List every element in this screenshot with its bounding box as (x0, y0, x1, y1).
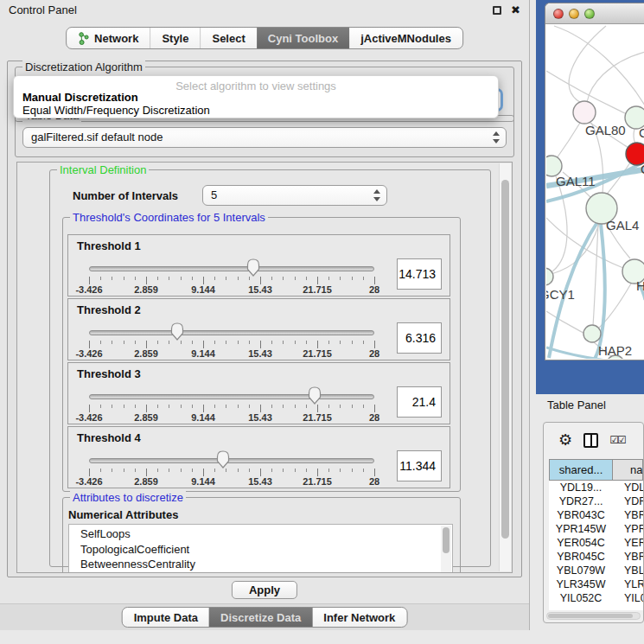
number-of-intervals-combobox[interactable]: 5 (202, 185, 387, 206)
cell-name[interactable]: YPR1 (613, 522, 643, 536)
control-panel-header: Control Panel ✖ (0, 0, 529, 20)
table-row[interactable]: YPR145WYPR1 (549, 522, 643, 536)
node-gcy1[interactable] (546, 268, 553, 285)
threshold-slider-track[interactable] (89, 266, 374, 271)
tab-style[interactable]: Style (150, 28, 200, 48)
cell-name[interactable]: YDR2 (613, 494, 643, 508)
tab-jactivemnodules[interactable]: jActiveMNodules (349, 28, 462, 48)
attribute-item[interactable]: TopologicalCoefficient (80, 542, 452, 558)
cell-shared-name[interactable]: YBR045C (549, 550, 613, 564)
network-window[interactable]: GAL80 GA C GAL11 GAL4 H GCY1 HAP2 (545, 3, 644, 360)
algorithm-hint: Select algorithm to view settings (14, 76, 498, 91)
network-graph: GAL80 GA C GAL11 GAL4 H GCY1 HAP2 (546, 25, 644, 359)
slider-tick-labels: -3.4262.8599.14415.4321.71528 (68, 284, 450, 295)
cell-shared-name[interactable]: YDL19... (549, 481, 613, 494)
tab-impute-data[interactable]: Impute Data (123, 608, 209, 627)
column-header-name[interactable]: na (613, 459, 643, 481)
network-canvas[interactable]: GAL80 GA C GAL11 GAL4 H GCY1 HAP2 (546, 25, 644, 359)
threshold-value-field[interactable]: 6.316 (397, 322, 442, 354)
bottom-tabbar: Impute Data Discretize Data Infer Networ… (122, 607, 408, 628)
checkboxes-icon[interactable]: ☑☑ (609, 434, 625, 446)
cell-shared-name[interactable]: YPR145W (549, 522, 613, 536)
table-row[interactable]: YIL052CYIL0 (549, 591, 643, 605)
node-label-gcy1: GCY1 (546, 287, 575, 302)
cell-shared-name[interactable]: YDR27... (549, 494, 613, 508)
interval-definition-title: Interval Definition (57, 163, 149, 176)
cell-shared-name[interactable]: YBL079W (549, 564, 613, 577)
tab-cyni-toolbox[interactable]: Cyni Toolbox (257, 28, 349, 48)
node-table: shared... na YDL19...YDL1YDR27...YDR2YBR… (549, 459, 643, 610)
cell-name[interactable]: YBR0 (613, 508, 643, 522)
cell-shared-name[interactable]: YBR043C (549, 508, 613, 522)
table-row[interactable]: YDR27...YDR2 (549, 494, 643, 508)
algorithm-option-manual[interactable]: Manual Discretization (14, 91, 498, 104)
close-traffic-light-icon[interactable] (553, 9, 564, 19)
combo-arrows-icon (373, 189, 380, 201)
settings-scrollbar-thumb[interactable] (501, 180, 509, 539)
attribute-item[interactable]: SelfLoops (80, 526, 452, 542)
settings-scrollbar[interactable] (499, 163, 511, 571)
slider-tick-labels: -3.4262.8599.14415.4321.71528 (68, 348, 450, 359)
table-hscrollbar[interactable] (546, 612, 641, 620)
node-label-ga: GA (639, 125, 644, 140)
table-row[interactable]: YBL079WYBL0 (549, 564, 643, 577)
float-window-icon[interactable] (493, 6, 501, 15)
slider-tick-labels: -3.4262.8599.14415.4321.71528 (68, 412, 450, 423)
panel-title: Control Panel (9, 3, 77, 16)
apply-button[interactable]: Apply (232, 581, 297, 599)
threshold-slider-thumb[interactable] (216, 450, 230, 469)
table-row[interactable]: YBR043CYBR0 (549, 508, 643, 522)
number-of-intervals-value: 5 (211, 188, 217, 201)
threshold-value-field[interactable]: 14.713 (397, 258, 442, 290)
table-hscrollbar-thumb[interactable] (548, 614, 633, 618)
node-label-h: H (636, 278, 644, 293)
attribute-item[interactable]: BetweennessCentrality (80, 557, 452, 572)
cell-name[interactable]: YIL0 (613, 591, 643, 605)
zoom-traffic-light-icon[interactable] (584, 9, 595, 19)
table-row[interactable]: YBR045CYBR0 (549, 550, 643, 564)
tab-discretize-data[interactable]: Discretize Data (209, 608, 312, 627)
table-panel: ⚙ ☑☑ shared... na YDL19...YDL1YDR27...YD… (543, 422, 644, 623)
cell-name[interactable]: YBR0 (613, 550, 643, 564)
tab-infer-network[interactable]: Infer Network (312, 608, 406, 627)
numerical-attributes-list[interactable]: SelfLoopsTopologicalCoefficientBetweenne… (68, 524, 453, 573)
cell-shared-name[interactable]: YER054C (549, 536, 613, 550)
threshold-value-field[interactable]: 21.4 (397, 386, 442, 418)
table-row[interactable]: YER054CYER0 (549, 536, 643, 550)
table-row[interactable]: YLR345WYLR3 (549, 577, 643, 591)
cell-name[interactable]: YER0 (613, 536, 643, 550)
node-gal80[interactable] (573, 101, 596, 124)
interval-definition-group: Interval Definition Number of Intervals … (49, 169, 491, 567)
tab-select[interactable]: Select (200, 28, 256, 48)
node-label-gal4: GAL4 (606, 218, 639, 233)
node-hap2[interactable] (583, 325, 601, 342)
minimize-traffic-light-icon[interactable] (569, 9, 579, 19)
table-row[interactable]: YDL19...YDL1 (549, 481, 643, 494)
column-header-shared[interactable]: shared... (549, 459, 613, 481)
tab-network[interactable]: Network (67, 28, 150, 48)
threshold-slider-track[interactable] (89, 394, 374, 399)
threshold-slider-thumb[interactable] (246, 258, 260, 277)
threshold-slider-track[interactable] (89, 330, 374, 335)
attributes-group-title: Attributes to discretize (70, 491, 186, 504)
threshold-slider-thumb[interactable] (308, 386, 322, 405)
cell-name[interactable]: YBL0 (613, 564, 643, 577)
split-columns-icon[interactable] (583, 433, 598, 448)
threshold-value-field[interactable]: 11.344 (397, 450, 442, 481)
cell-shared-name[interactable]: YIL052C (549, 591, 613, 605)
threshold-slider-track[interactable] (89, 458, 374, 463)
cell-name[interactable]: YDL1 (613, 481, 643, 494)
number-of-intervals-label: Number of Intervals (73, 189, 178, 202)
algorithm-option-equal-width[interactable]: Equal Width/Frequency Discretization (14, 104, 498, 117)
close-icon[interactable]: ✖ (511, 6, 520, 15)
network-window-titlebar[interactable] (545, 3, 644, 24)
table-data-combobox[interactable]: galFiltered.sif default node (22, 127, 507, 148)
cell-name[interactable]: YLR3 (613, 577, 643, 591)
cell-shared-name[interactable]: YLR345W (549, 577, 613, 591)
table-data-group: Table Data galFiltered.sif default node (15, 115, 514, 157)
gear-icon[interactable]: ⚙ (558, 432, 572, 448)
control-panel-tabbar: Network Style Select Cyni Toolbox jActiv… (66, 27, 463, 49)
attributes-scrollbar[interactable] (441, 526, 451, 572)
node-label-hap2: HAP2 (598, 343, 632, 358)
threshold-slider-thumb[interactable] (170, 322, 184, 341)
